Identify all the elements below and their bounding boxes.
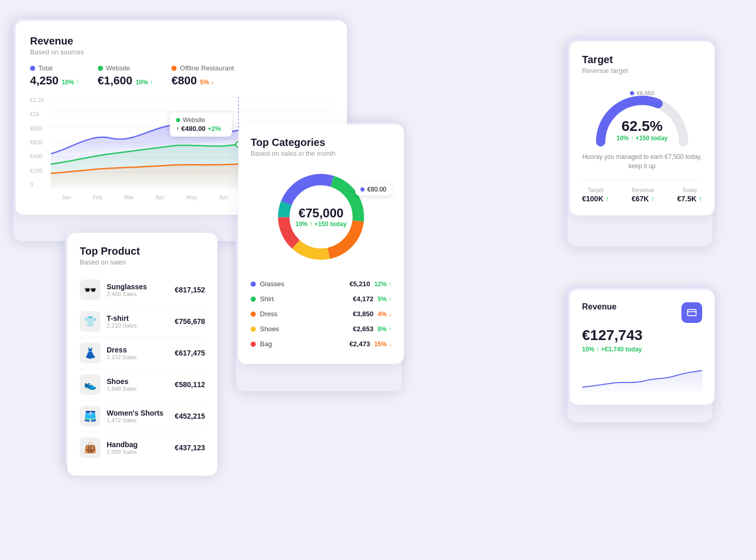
shirt-value: €4,172 [353,295,374,303]
product-info-shoes: Shoes 1,848 Sales [107,377,169,392]
category-list: Glasses €5,210 12% ↑ Shirt €4,172 5% ↑ D… [251,276,391,351]
website-dot [98,66,103,71]
donut-tooltip-value: €80.00 [367,186,386,193]
tooltip-value: ↑ €480.00 +2% [176,125,226,132]
shoes-label: Shoes [260,325,279,333]
bag-label: Bag [260,340,272,348]
glasses-value: €5,210 [350,280,370,288]
list-item: 🕶️ Sunglasses 2,400 Sales €817,152 [80,274,205,306]
product-subtitle: Based on sales [80,258,205,266]
product-info-sunglasses: Sunglasses 2,400 Sales [107,283,169,297]
revenue-title: Revenue [30,35,332,47]
svg-rect-15 [688,310,696,316]
x-jun: Jun [219,194,228,200]
bag-value: €2,473 [350,340,370,348]
target-title: Target [582,54,702,66]
product-icon-dress: 👗 [80,343,100,363]
gauge-badge: 10% ↑ +150 today [616,135,667,142]
offline-badge: 5% ↓ [200,79,214,86]
shirt-label: Shirt [260,295,274,303]
gauge-value: 62.5% [616,118,667,135]
list-item: 👕 T-shirt 2,210 Sales €756,678 [80,306,205,337]
website-value: €1,600 10% ↑ [98,74,153,87]
tooltip-dot [176,118,180,122]
list-item: 👜 Handbag 1,098 Sales €437,123 [80,432,205,463]
bag-badge: 15% ↓ [374,341,391,348]
chart-tooltip: Website ↑ €480.00 +2% [170,112,232,137]
product-icon-shorts: 🩳 [80,406,100,426]
gauge-center: 62.5% 10% ↑ +150 today [616,118,667,142]
offline-dot [171,66,177,71]
revenue-legends: Total 4,250 10% ↑ Website €1,600 10% ↑ O… [30,64,332,87]
legend-offline: Offline Restaurant €800 5% ↓ [171,64,234,87]
donut-tooltip: €80.00 [355,183,391,196]
credit-card-icon [687,307,697,318]
total-badge: 10% ↑ [62,79,79,86]
gauge-container: €6,650 62.5% 10% ↑ +150 today [582,85,702,147]
list-item: Glasses €5,210 12% ↑ [251,276,391,291]
product-info-shorts: Women's Shorts 1,472 Sales [107,409,169,423]
target-message: Hooray you managed to earn €7,500 today,… [582,152,702,171]
product-info-tshirt: T-shirt 2,210 Sales [107,314,169,329]
x-may: May [186,194,197,200]
shoes-badge: 8% ↑ [377,326,391,333]
donut-container: €75,000 10% ↑ +150 today €80.00 [251,168,391,266]
list-item: 🩳 Women's Shorts 1,472 Sales €452,215 [80,401,205,432]
product-icon-shoes: 👟 [80,374,100,395]
x-feb: Feb [93,194,103,200]
revenue-subtitle: Based on sources [30,48,332,56]
legend-website: Website €1,600 10% ↑ [98,64,153,87]
donut-center-value: €75,000 [295,206,346,220]
legend-total: Total 4,250 10% ↑ [30,64,79,87]
shirt-dot [251,297,256,302]
y-axis: €1.2k€1k€800€600€400€2000 [30,97,51,188]
list-item: Dress €3,850 4% ↓ [251,306,391,321]
target-stats: Target €100K ↑ Revenue €67K ↑ Today €7.5… [582,179,702,203]
shoes-value: €2,653 [353,325,374,333]
product-info-handbag: Handbag 1,098 Sales [107,440,169,455]
list-item: Shirt €4,172 5% ↑ [251,291,391,306]
mini-chart [582,361,702,392]
categories-title: Top Categories [251,137,391,149]
glasses-label: Glasses [260,280,284,288]
product-icon-handbag: 👜 [80,437,100,458]
glasses-badge: 12% ↑ [374,281,391,288]
website-badge: 10% ↑ [136,79,153,86]
list-item: Bag €2,473 15% ↓ [251,336,391,351]
offline-value: €800 5% ↓ [171,74,234,87]
list-item: Shoes €2,653 8% ↑ [251,321,391,336]
categories-card: Top Categories Based on sales in the mon… [238,124,404,364]
target-card: Target Revenue target €6,650 62.5% 10% ↑… [570,41,715,215]
x-jan: Jan [62,194,71,200]
donut-center: €75,000 10% ↑ +150 today [295,206,346,228]
total-label: Total [38,64,52,72]
stat-today: Today €7.5K ↑ [677,187,702,203]
rev-value: €127,743 [582,327,702,344]
list-item: 👟 Shoes 1,848 Sales €580,112 [80,369,205,401]
dress-dot [251,312,256,317]
revenue-small-card: Revenue €127,743 10% ↑ +€3,740 today [570,290,715,405]
rev-title: Revenue [582,302,617,312]
tooltip-label-text: Website [183,116,205,124]
website-label: Website [106,64,130,72]
rev-badge: 10% ↑ +€3,740 today [582,346,702,353]
list-item: 👗 Dress 2,102 Sales €617,475 [80,337,205,369]
dress-label: Dress [260,310,278,318]
categories-subtitle: Based on sales in the month [251,150,391,157]
x-apr: Apr [156,194,165,200]
product-title: Top Product [80,245,205,257]
dress-badge: 4% ↓ [377,311,391,318]
total-value: 4,250 10% ↑ [30,74,79,87]
product-icon-tshirt: 👕 [80,311,100,332]
product-card: Top Product Based on sales 🕶️ Sunglasses… [67,233,217,476]
product-list: 🕶️ Sunglasses 2,400 Sales €817,152 👕 T-s… [80,274,205,463]
shirt-badge: 5% ↑ [377,296,391,303]
dress-value: €3,850 [353,310,374,318]
bag-dot [251,342,256,347]
stat-target: Target €100K ↑ [582,187,609,203]
mini-chart-svg [582,361,702,392]
tooltip-dot [360,187,365,191]
glasses-dot [251,282,256,287]
donut-center-badge: 10% ↑ +150 today [295,220,346,228]
gauge-dot [630,91,634,95]
